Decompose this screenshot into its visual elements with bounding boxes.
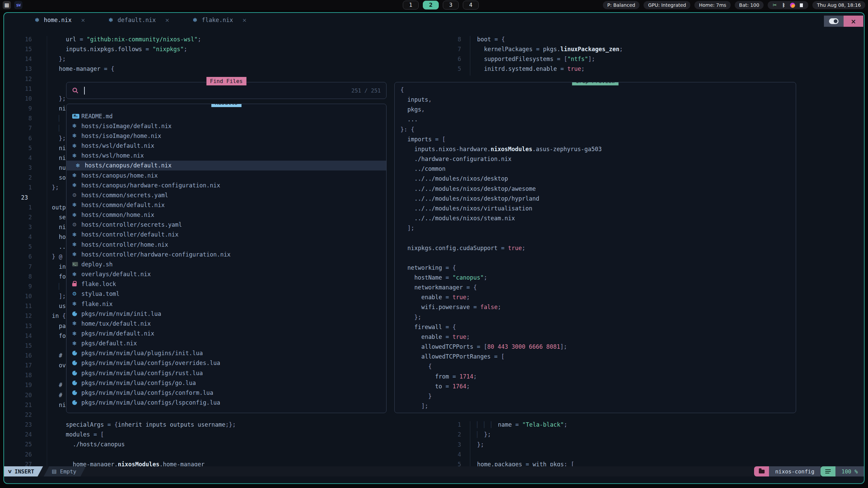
file-result-row[interactable]: ❄flake.nix bbox=[66, 299, 386, 309]
file-result-row[interactable]: pkgs/nvim/nvim/lua/configs/conform.lua bbox=[66, 388, 386, 398]
file-result-row[interactable]: ❄hosts/canopus/hardware-configuration.ni… bbox=[66, 180, 386, 190]
file-path: pkgs/nvim/nvim/lua/plugins/init.lua bbox=[81, 350, 203, 357]
tab-flake.nix[interactable]: ❄flake.nix× bbox=[181, 13, 258, 27]
file-result-row[interactable]: pkgs/nvim/nvim/lua/configs/go.lua bbox=[66, 378, 386, 388]
tab-default.nix[interactable]: ❄default.nix× bbox=[97, 13, 181, 27]
media-app-icon[interactable] bbox=[790, 3, 795, 8]
file-result-row[interactable]: flake.lock bbox=[66, 279, 386, 289]
app-grid-icon[interactable]: ▦ bbox=[3, 1, 11, 9]
nix-file-icon: ❄ bbox=[72, 271, 77, 278]
file-result-row[interactable]: ❄hosts/common/default.nix bbox=[66, 200, 386, 210]
file-path: pkgs/nvim/nvim/lua/configs/go.lua bbox=[81, 380, 196, 386]
code-line: 14 }; bbox=[4, 56, 445, 65]
workspace-button-1[interactable]: 1 bbox=[403, 1, 419, 9]
tab-label: default.nix bbox=[118, 17, 156, 23]
window-toggle-button[interactable] bbox=[824, 16, 844, 27]
preview-code-line: ]; bbox=[400, 225, 602, 235]
tab-close-icon[interactable]: × bbox=[165, 17, 169, 23]
lines-icon bbox=[825, 471, 831, 472]
file-result-row[interactable]: ❄hosts/controller/default.nix bbox=[66, 230, 386, 240]
gpu-status-pill[interactable]: GPU: Integrated bbox=[644, 1, 690, 9]
file-result-row[interactable]: pkgs/nvim/nvim/lua/configs/rust.lua bbox=[66, 368, 386, 378]
file-result-row[interactable]: ❄hosts/controller/hardware-configuration… bbox=[66, 249, 386, 259]
file-result-row[interactable]: ❄hosts/canopus/home.nix bbox=[66, 170, 386, 180]
clock-label: Thu Aug 08, 18:16 bbox=[817, 2, 861, 8]
file-result-row[interactable]: pkgs/nvim/nvim/lua/plugins/init.lua bbox=[66, 348, 386, 358]
nix-snowflake-icon: ❄ bbox=[193, 17, 197, 23]
file-result-row[interactable]: ❄hosts/common/home.nix bbox=[66, 210, 386, 220]
file-path: hosts/isoImage/default.nix bbox=[81, 123, 172, 129]
code-line: 1▏ ▏ ▏ name = "Tela-black"; bbox=[445, 421, 864, 431]
file-result-row[interactable]: ❄pkgs/nvim/default.nix bbox=[66, 328, 386, 338]
file-path: deploy.sh bbox=[81, 261, 113, 268]
tab-home.nix[interactable]: ❄home.nix× bbox=[23, 13, 97, 27]
file-path: pkgs/nvim/nvim/lua/configs/lspconfig.lua bbox=[81, 399, 220, 406]
nix-file-icon: ❄ bbox=[72, 202, 77, 208]
phone-icon[interactable] bbox=[798, 3, 804, 8]
workspace-switcher: 1234 bbox=[403, 1, 479, 9]
file-path: overlays/default.nix bbox=[81, 271, 151, 278]
shell-file-icon: >_ bbox=[72, 262, 78, 266]
file-result-row[interactable]: ⚙hosts/controller/secrets.yaml bbox=[66, 220, 386, 230]
preview-code-line: } bbox=[400, 393, 602, 403]
preview-code-line: inputs, bbox=[400, 96, 602, 106]
network-latency-label: Home: 7ms bbox=[699, 2, 726, 8]
file-result-row[interactable]: ❄hosts/isoImage/default.nix bbox=[66, 121, 386, 131]
lua-file-icon bbox=[72, 311, 77, 316]
file-result-row[interactable]: pkgs/nvim/nvim/lua/configs/overrides.lua bbox=[66, 358, 386, 368]
nix-file-icon: ❄ bbox=[72, 231, 77, 238]
file-result-row[interactable]: pkgs/nvim/nvim/init.lua bbox=[66, 309, 386, 319]
workspace-switcher-icon[interactable]: $W bbox=[14, 1, 22, 9]
file-result-row[interactable]: ❄home/tux/default.nix bbox=[66, 319, 386, 328]
code-line: 15 inputs.nixpkgs.follows = "nixpkgs"; bbox=[4, 46, 445, 56]
markdown-file-icon: M↓ bbox=[72, 114, 79, 119]
bluetooth-icon[interactable]: ᛒ bbox=[781, 2, 786, 8]
project-name: nixos-config bbox=[769, 466, 821, 476]
preview-code-line bbox=[400, 255, 602, 264]
preview-code-line: nixpkgs.config.cudaSupport = true; bbox=[400, 245, 602, 255]
lua-file-icon bbox=[72, 371, 77, 375]
tab-label: home.nix bbox=[44, 17, 72, 23]
system-tray: ✂ ᛒ bbox=[768, 1, 808, 9]
file-result-row[interactable]: ❄pkgs/default.nix bbox=[66, 339, 386, 348]
workspace-button-4[interactable]: 4 bbox=[463, 1, 479, 9]
file-path: pkgs/nvim/nvim/init.lua bbox=[81, 310, 161, 317]
scissors-icon[interactable]: ✂ bbox=[772, 2, 777, 8]
file-result-row[interactable]: ❄overlays/default.nix bbox=[66, 269, 386, 279]
preview-code-line: ... bbox=[400, 116, 602, 126]
code-line: 3}; bbox=[445, 441, 864, 451]
file-result-row[interactable]: >_deploy.sh bbox=[66, 259, 386, 269]
gpu-status-label: GPU: Integrated bbox=[648, 2, 686, 8]
code-line: 25 ./hosts/canopus bbox=[4, 441, 445, 451]
tab-close-icon[interactable]: × bbox=[81, 17, 85, 23]
file-segment: ▤ Empty bbox=[44, 466, 86, 476]
workspace-button-2[interactable]: 2 bbox=[423, 1, 439, 9]
file-result-row[interactable]: pkgs/nvim/nvim/lua/configs/lspconfig.lua bbox=[66, 398, 386, 408]
file-path: pkgs/nvim/nvim/lua/configs/overrides.lua bbox=[81, 360, 220, 366]
clock-pill[interactable]: Thu Aug 08, 18:16 bbox=[812, 1, 865, 9]
file-result-row[interactable]: ❄hosts/wsl/default.nix bbox=[66, 141, 386, 150]
file-path: pkgs/default.nix bbox=[81, 340, 137, 347]
yaml-file-icon: ⚙ bbox=[72, 222, 77, 228]
file-path: hosts/isoImage/home.nix bbox=[81, 133, 161, 139]
file-result-row[interactable]: M↓README.md bbox=[66, 111, 386, 121]
file-path: hosts/common/default.nix bbox=[81, 202, 165, 208]
file-result-row[interactable]: ⚙stylua.toml bbox=[66, 289, 386, 299]
file-result-row[interactable]: ⚙hosts/common/secrets.yaml bbox=[66, 190, 386, 200]
nix-snowflake-icon: ❄ bbox=[108, 17, 113, 23]
file-path: hosts/canopus/default.nix bbox=[85, 162, 172, 169]
file-result-row[interactable]: ❄hosts/wsl/home.nix bbox=[66, 151, 386, 161]
grep-preview-title: Grep Preview bbox=[572, 82, 619, 85]
find-files-search-box[interactable]: Find Files 251 / 251 bbox=[66, 82, 387, 99]
file-result-row[interactable]: ❄hosts/controller/home.nix bbox=[66, 240, 386, 249]
file-path: pkgs/nvim/nvim/lua/configs/rust.lua bbox=[81, 370, 203, 377]
workspace-button-3[interactable]: 3 bbox=[443, 1, 459, 9]
file-result-row[interactable]: ❄hosts/canopus/default.nix bbox=[66, 161, 386, 170]
battery-pill[interactable]: Bat: 100 bbox=[735, 1, 764, 9]
code-line: 13 home-manager = { bbox=[4, 65, 445, 75]
window-close-button[interactable]: × bbox=[844, 16, 863, 27]
power-profile-pill[interactable]: P: Balanced bbox=[603, 1, 639, 9]
network-latency-pill[interactable]: Home: 7ms bbox=[694, 1, 730, 9]
tab-close-icon[interactable]: × bbox=[242, 17, 246, 23]
file-result-row[interactable]: ❄hosts/isoImage/home.nix bbox=[66, 131, 386, 141]
